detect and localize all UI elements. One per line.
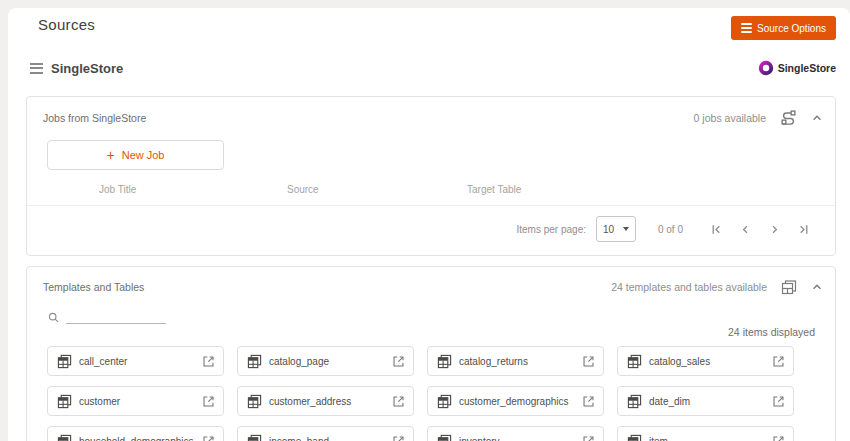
table-card[interactable]: date_dim (617, 386, 794, 416)
open-external-icon[interactable] (772, 395, 785, 408)
source-options-label: Source Options (757, 23, 826, 34)
list-icon (30, 63, 43, 74)
table-icon (437, 394, 452, 409)
table-name: customer_demographics (459, 396, 575, 407)
column-target-table: Target Table (467, 184, 521, 195)
table-name: catalog_sales (649, 356, 765, 367)
jobs-availability: 0 jobs available (694, 112, 766, 124)
table-card[interactable]: customer_demographics (427, 386, 604, 416)
table-icon (247, 434, 262, 441)
open-external-icon[interactable] (772, 355, 785, 368)
table-name: catalog_page (269, 356, 385, 367)
table-card[interactable]: catalog_returns (427, 346, 604, 376)
jobs-panel-title: Jobs from SingleStore (43, 112, 146, 124)
templates-availability: 24 templates and tables available (611, 281, 767, 293)
table-icon (57, 354, 72, 369)
open-external-icon[interactable] (772, 435, 785, 441)
search-row (47, 307, 815, 324)
pipeline-icon[interactable] (780, 109, 797, 126)
table-name: income_band (269, 436, 385, 441)
previous-page-button[interactable] (738, 222, 753, 237)
table-card[interactable]: income_band (237, 426, 414, 441)
table-card[interactable]: customer_address (237, 386, 414, 416)
tables-grid: call_center catalog_p (47, 346, 815, 441)
plus-icon: + (107, 148, 115, 162)
items-per-page-label: Items per page: (516, 224, 585, 235)
table-card[interactable]: customer (47, 386, 224, 416)
first-page-button[interactable] (709, 222, 724, 237)
page-header: Sources Source Options (38, 16, 836, 40)
open-external-icon[interactable] (392, 355, 405, 368)
singlestore-logo-text: SingleStore (778, 62, 836, 74)
search-icon (47, 311, 60, 324)
new-job-button[interactable]: + New Job (47, 140, 224, 170)
table-icon (627, 434, 642, 441)
column-job-title: Job Title (99, 184, 287, 195)
search-input[interactable] (66, 307, 166, 324)
last-page-button[interactable] (796, 222, 811, 237)
column-source: Source (287, 184, 467, 195)
table-name: household_demographics (79, 436, 195, 441)
caret-down-icon (623, 227, 629, 231)
open-external-icon[interactable] (202, 395, 215, 408)
table-icon (437, 354, 452, 369)
table-name: customer (79, 396, 195, 407)
table-icon (627, 394, 642, 409)
table-divider (27, 205, 835, 206)
page-range-label: 0 of 0 (658, 224, 683, 235)
table-name: customer_address (269, 396, 385, 407)
open-external-icon[interactable] (582, 395, 595, 408)
open-external-icon[interactable] (202, 355, 215, 368)
collapse-templates-chevron-up-icon[interactable] (811, 281, 823, 293)
collapse-jobs-chevron-up-icon[interactable] (811, 112, 823, 124)
table-icon (627, 354, 642, 369)
open-external-icon[interactable] (582, 435, 595, 441)
singlestore-logo-icon (758, 60, 774, 76)
items-displayed-label: 24 items displayed (27, 326, 835, 338)
next-page-button[interactable] (767, 222, 782, 237)
source-options-button[interactable]: Source Options (731, 16, 836, 40)
page-title: Sources (38, 16, 95, 33)
items-per-page-select[interactable]: 10 (596, 216, 636, 242)
table-name: call_center (79, 356, 195, 367)
table-card[interactable]: catalog_sales (617, 346, 794, 376)
table-card[interactable]: inventory (427, 426, 604, 441)
jobs-table-header: Job Title Source Target Table (27, 184, 835, 195)
table-name: catalog_returns (459, 356, 575, 367)
table-card[interactable]: catalog_page (237, 346, 414, 376)
table-icon (247, 354, 262, 369)
open-external-icon[interactable] (392, 395, 405, 408)
open-external-icon[interactable] (202, 435, 215, 441)
main-panel: Sources Source Options SingleStore Singl… (8, 8, 850, 441)
table-name: date_dim (649, 396, 765, 407)
menu-icon (741, 23, 752, 33)
table-icon (57, 394, 72, 409)
table-card[interactable]: item (617, 426, 794, 441)
open-external-icon[interactable] (392, 435, 405, 441)
table-icon (247, 394, 262, 409)
templates-panel-title: Templates and Tables (43, 281, 144, 293)
pagination: Items per page: 10 0 of 0 (27, 216, 835, 242)
singlestore-logo: SingleStore (758, 60, 836, 76)
templates-panel: Templates and Tables 24 templates and ta… (26, 266, 836, 441)
table-card[interactable]: call_center (47, 346, 224, 376)
table-card[interactable]: household_demographics (47, 426, 224, 441)
table-view-icon[interactable] (781, 279, 797, 295)
table-name: inventory (459, 436, 575, 441)
open-external-icon[interactable] (582, 355, 595, 368)
source-header: SingleStore SingleStore (30, 60, 836, 76)
table-name: item (649, 436, 765, 441)
source-name: SingleStore (51, 61, 123, 76)
new-job-label: New Job (122, 149, 165, 161)
jobs-panel: Jobs from SingleStore 0 jobs available (26, 96, 836, 256)
table-icon (57, 434, 72, 441)
table-icon (437, 434, 452, 441)
